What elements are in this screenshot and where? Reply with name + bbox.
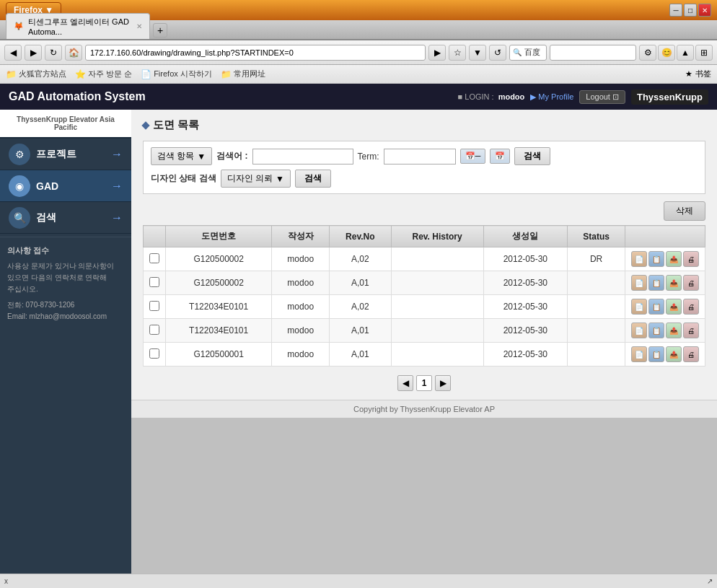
action-copy-btn-0[interactable]: 📋 — [648, 251, 664, 267]
action-print-btn-4[interactable]: 🖨 — [683, 346, 699, 362]
th-rev-no: Rev.No — [330, 226, 391, 247]
browser-search-input[interactable] — [550, 45, 636, 61]
action-upload-btn-4[interactable]: 📤 — [666, 346, 682, 362]
url-bar[interactable] — [85, 45, 426, 61]
action-copy-btn-2[interactable]: 📋 — [648, 299, 664, 315]
active-tab[interactable]: 🦊 티센그루프 엘리베이터 GAD Automa... ✕ — [6, 13, 150, 39]
row-checkbox-3[interactable] — [149, 325, 159, 335]
row-checkbox-0[interactable] — [149, 253, 159, 263]
back-button[interactable]: ◀ — [4, 45, 22, 61]
design-dropdown-arrow-icon: ▼ — [276, 174, 284, 184]
search-icon: 🔍 — [9, 207, 30, 229]
bookmark-common[interactable]: 📁 常用网址 — [221, 69, 265, 79]
action-print-btn-1[interactable]: 🖨 — [683, 275, 699, 291]
action-copy-btn-3[interactable]: 📋 — [648, 322, 664, 338]
action-upload-btn-2[interactable]: 📤 — [666, 299, 682, 315]
contact-phone: 전화: 070-8730-1206 — [7, 299, 124, 311]
th-rev-history: Rev. History — [391, 226, 483, 247]
cell-drawing-no-4: G120500001 — [166, 343, 272, 367]
new-tab-button[interactable]: + — [153, 23, 167, 38]
search-field-dropdown[interactable]: 검색 항목 ▼ — [151, 147, 212, 165]
calendar-start-button[interactable]: 📅─ — [460, 149, 486, 164]
cell-checkbox — [144, 343, 166, 367]
cell-created-1: 2012-05-30 — [483, 271, 568, 295]
current-page[interactable]: 1 — [416, 375, 432, 391]
action-print-btn-2[interactable]: 🖨 — [683, 299, 699, 315]
cell-drawing-no-2: T122034E0101 — [166, 295, 272, 319]
bookmark-common-icon: 📁 — [221, 69, 232, 79]
action-icons-0: 📄 📋 📤 🖨 — [631, 251, 699, 267]
emoji-icon[interactable]: 😊 — [658, 45, 675, 61]
nav-icon-3[interactable]: ⊞ — [695, 45, 713, 61]
sidebar-item-gad[interactable]: ◉ GAD → — [0, 170, 131, 202]
browser-tabbar: 🦊 티센그루프 엘리베이터 GAD Automa... ✕ + — [0, 20, 717, 40]
action-view-btn-0[interactable]: 📄 — [631, 251, 647, 267]
refresh-button[interactable]: ↻ — [45, 45, 62, 61]
next-page-button[interactable]: ▶ — [435, 375, 451, 391]
search-engine-name: 百度 — [524, 47, 540, 58]
action-copy-btn-1[interactable]: 📋 — [648, 275, 664, 291]
forward-button[interactable]: ▶ — [25, 45, 42, 61]
cell-drawing-no-0: G120500002 — [166, 247, 272, 271]
status-icon: ↗ — [707, 577, 713, 585]
action-view-btn-3[interactable]: 📄 — [631, 322, 647, 338]
action-print-btn-3[interactable]: 🖨 — [683, 322, 699, 338]
status-text: x — [4, 577, 8, 585]
tools-icon[interactable]: ⚙ — [639, 45, 656, 61]
action-view-btn-2[interactable]: 📄 — [631, 299, 647, 315]
bookmark-firefox-label: Firefox 시작하기 — [154, 69, 212, 79]
search-keyword-input[interactable] — [252, 149, 353, 164]
tab-favicon: 🦊 — [14, 22, 24, 31]
bookmark-firefox-icon: 📄 — [141, 69, 151, 79]
action-upload-btn-0[interactable]: 📤 — [666, 251, 682, 267]
cell-checkbox — [144, 295, 166, 319]
cell-status-3 — [568, 319, 625, 343]
design-dropdown-value: 디자인 의뢰 — [227, 172, 273, 185]
content-wrapper: 도면 목록 검색 항목 ▼ 검색어 : Term: 📅─ 📅 검색 — [131, 110, 717, 588]
cell-drawing-no-1: G120500002 — [166, 271, 272, 295]
close-button[interactable]: ✕ — [698, 4, 711, 17]
row-checkbox-1[interactable] — [149, 277, 159, 287]
drawing-table: 도면번호 작성자 Rev.No Rev. History 생성일 Status … — [143, 225, 705, 367]
cell-actions-4: 📄 📋 📤 🖨 — [625, 343, 705, 367]
tab-close-icon[interactable]: ✕ — [136, 22, 142, 30]
action-print-btn-0[interactable]: 🖨 — [683, 251, 699, 267]
design-status-label: 디자인 상태 검색 — [151, 172, 216, 185]
bookmark-star-icon[interactable]: ☆ — [449, 45, 466, 61]
home-button[interactable]: 🏠 — [65, 45, 82, 61]
bookmark-recent[interactable]: ⭐ 자주 방문 순 — [75, 69, 132, 79]
sidebar-item-project[interactable]: ⚙ 프로젝트 → — [0, 139, 131, 170]
row-checkbox-2[interactable] — [149, 301, 159, 311]
design-status-dropdown[interactable]: 디자인 의뢰 ▼ — [221, 170, 291, 188]
logout-button[interactable]: Logout ⊡ — [579, 90, 625, 104]
search-engine-label: 🔍 — [513, 48, 522, 56]
my-profile-link[interactable]: ▶ My Profile — [530, 92, 573, 102]
cell-created-3: 2012-05-30 — [483, 319, 568, 343]
term-input[interactable] — [384, 149, 456, 164]
nav-icon-2[interactable]: ▲ — [677, 45, 694, 61]
maximize-button[interactable]: □ — [684, 4, 697, 17]
cell-checkbox — [144, 247, 166, 271]
search-button[interactable]: 검색 — [514, 147, 550, 165]
action-copy-btn-4[interactable]: 📋 — [648, 346, 664, 362]
row-checkbox-4[interactable] — [149, 348, 159, 359]
action-view-btn-4[interactable]: 📄 — [631, 346, 647, 362]
bookmark-firefox-start[interactable]: 📄 Firefox 시작하기 — [141, 69, 212, 79]
cell-rev-no-1: A,01 — [330, 271, 391, 295]
minimize-button[interactable]: ─ — [669, 4, 682, 17]
design-search-button[interactable]: 검색 — [295, 170, 331, 188]
go-button[interactable]: ▶ — [428, 45, 446, 61]
page-title: 도면 목록 — [153, 118, 199, 132]
prev-page-button[interactable]: ◀ — [397, 375, 413, 391]
delete-button[interactable]: 삭제 — [664, 201, 705, 221]
action-view-btn-1[interactable]: 📄 — [631, 275, 647, 291]
action-upload-btn-3[interactable]: 📤 — [666, 322, 682, 338]
sidebar-item-search[interactable]: 🔍 검색 → — [0, 202, 131, 234]
reload-icon[interactable]: ↺ — [489, 45, 506, 61]
calendar-end-button[interactable]: 📅 — [490, 149, 510, 164]
content-area: 도면 목록 검색 항목 ▼ 검색어 : Term: 📅─ 📅 검색 — [131, 110, 717, 400]
th-status: Status — [568, 226, 625, 247]
action-upload-btn-1[interactable]: 📤 — [666, 275, 682, 291]
bookmark-foxsite[interactable]: 📁 火狐官方站点 — [6, 69, 66, 79]
bookmark-down-icon[interactable]: ▼ — [469, 45, 486, 61]
